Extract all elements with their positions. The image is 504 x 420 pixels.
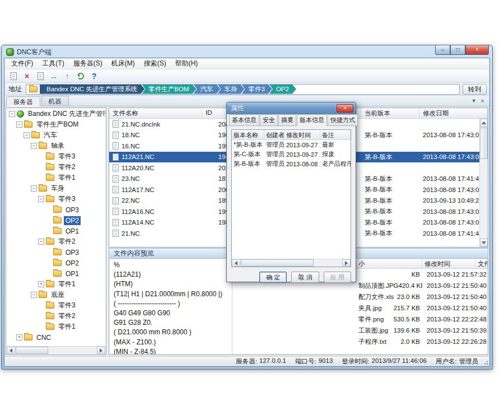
column-header[interactable]: 修改时间 xyxy=(284,130,320,139)
tree-item[interactable]: OP2 xyxy=(7,215,105,226)
scroll-left-button[interactable] xyxy=(232,259,240,267)
expand-icon[interactable]: + xyxy=(38,281,44,287)
collapse-icon[interactable]: − xyxy=(31,185,37,192)
copy-file-icon[interactable] xyxy=(34,71,46,82)
refresh-icon[interactable] xyxy=(74,71,87,82)
column-header[interactable]: 备注 xyxy=(320,130,351,139)
tree-item[interactable]: OP1 xyxy=(7,268,105,279)
column-header[interactable]: 文件(&L xyxy=(475,259,488,268)
transfer-icon[interactable]: ↔ xyxy=(48,71,60,82)
scroll-down-button[interactable] xyxy=(480,239,488,247)
tree-item[interactable]: −Bandex DNC 先进生产管理系统 xyxy=(7,109,105,119)
breadcrumb-segment[interactable]: OP2 xyxy=(269,85,296,94)
attachment-row[interactable]: 夹具.jpg215.7 KB2013-09-12 21:50:40 xyxy=(232,302,488,314)
version-row[interactable]: 第-C-版本管理员2013-09-27 14:报废 xyxy=(232,150,351,159)
attachment-row[interactable]: 工装图.jpg139.6 KB2013-09-12 21:50:39 xyxy=(232,325,488,336)
version-row[interactable]: 第-B-版本管理员2013-08-08 17:老产品程序 xyxy=(232,159,351,169)
menu-tools[interactable]: 工具(T) xyxy=(38,58,68,69)
version-row[interactable]: *第-B-版本管理员2013-09-27 14:最新 xyxy=(232,140,351,150)
help-icon[interactable]: ? xyxy=(88,71,100,82)
new-file-icon[interactable] xyxy=(7,71,20,82)
attachment-row[interactable]: 零件.png530.5 KB2013-09-12 22:22:48 xyxy=(232,314,488,325)
column-header[interactable]: 文件名称 xyxy=(109,108,202,118)
tree-item[interactable]: OP1 xyxy=(7,226,105,236)
tree-item[interactable]: −零件3 xyxy=(7,194,105,204)
scroll-right-button[interactable] xyxy=(97,347,105,354)
collapse-icon[interactable]: − xyxy=(31,292,37,298)
go-button[interactable]: 转到 xyxy=(463,84,487,95)
tree-item[interactable]: OP3 xyxy=(7,204,105,215)
tree-item[interactable]: +零件1 xyxy=(7,279,105,290)
scrollbar-track[interactable] xyxy=(49,347,97,354)
titlebar[interactable]: DNC客户端 – □ × xyxy=(2,45,492,58)
tab-machine[interactable]: 机器 xyxy=(41,96,69,106)
upload-icon[interactable]: ↑ xyxy=(61,71,73,82)
tab-server[interactable]: 服务器 xyxy=(6,96,40,106)
tree-item[interactable]: 零件2 xyxy=(7,311,105,321)
breadcrumb-segment[interactable]: 车身 xyxy=(218,85,245,94)
dialog-tab-3[interactable]: 版本信息 xyxy=(297,114,327,126)
menu-search[interactable]: 搜索(S) xyxy=(139,58,171,69)
tree-item[interactable]: 零件2 xyxy=(7,162,105,172)
menu-file[interactable]: 文件(F) xyxy=(7,58,38,69)
tree-item[interactable]: OP2 xyxy=(7,258,105,268)
menu-machine[interactable]: 机床(M) xyxy=(107,58,139,69)
collapse-icon[interactable]: − xyxy=(9,111,15,117)
column-header[interactable]: 修改时间 xyxy=(422,259,475,268)
breadcrumb-segment[interactable]: 零件生产BOM xyxy=(142,85,196,94)
collapse-icon[interactable]: − xyxy=(38,239,44,245)
attachment-row[interactable]: 配刀文件.xls23.0 KB2013-09-12 21:50:40 xyxy=(232,291,488,302)
resize-grip-icon[interactable] xyxy=(482,359,488,365)
tree-item[interactable]: −零件生产BOM xyxy=(7,119,105,130)
tree-item[interactable]: −车身 xyxy=(7,183,105,194)
dialog-tab-2[interactable]: 摘要 xyxy=(278,114,296,125)
column-header[interactable]: 修改日期 xyxy=(419,108,488,118)
column-header[interactable]: 小 xyxy=(356,259,422,268)
dialog-horizontal-scrollbar[interactable] xyxy=(232,259,351,267)
apply-button[interactable]: 应 用 xyxy=(324,272,351,283)
ok-button[interactable]: 确 定 xyxy=(259,272,287,283)
close-button[interactable]: × xyxy=(465,45,489,55)
scroll-right-button[interactable] xyxy=(342,259,351,267)
file-list-scrollbar[interactable] xyxy=(479,119,488,247)
menu-server[interactable]: 服务器(S) xyxy=(69,58,107,69)
scroll-up-button[interactable] xyxy=(480,119,488,127)
column-header[interactable]: 当前版本 xyxy=(361,108,419,118)
chevron-down-icon[interactable]: ▼ xyxy=(472,98,477,104)
close-panel-icon[interactable]: × xyxy=(481,97,484,104)
column-header[interactable]: 版本名称 xyxy=(232,130,264,139)
scrollbar-track[interactable] xyxy=(480,160,488,239)
tree-item[interactable]: OP3 xyxy=(7,247,105,258)
menu-help[interactable]: 帮助(H) xyxy=(171,58,203,69)
tree-item[interactable]: 零件1 xyxy=(7,172,105,183)
collapse-icon[interactable]: − xyxy=(38,196,44,202)
tree-item[interactable]: −零件2 xyxy=(7,236,105,247)
dialog-titlebar[interactable]: 属性 × xyxy=(227,102,356,114)
dialog-tab-4[interactable]: 快捷方式 xyxy=(328,114,358,125)
column-header[interactable]: 创建者 xyxy=(264,130,284,139)
minimize-button[interactable]: – xyxy=(435,45,450,55)
breadcrumb-segment[interactable]: 零件3 xyxy=(242,85,272,94)
expand-icon[interactable]: + xyxy=(16,334,22,340)
tree-item[interactable]: 零件3 xyxy=(7,300,105,311)
tree-item[interactable]: 零件3 xyxy=(7,151,105,162)
delete-icon[interactable]: × xyxy=(21,71,33,82)
tree-horizontal-scrollbar[interactable] xyxy=(7,346,105,354)
collapse-icon[interactable]: − xyxy=(31,143,37,149)
scrollbar-thumb[interactable] xyxy=(16,347,48,354)
dialog-tab-1[interactable]: 安全 xyxy=(260,114,278,125)
tree-item[interactable]: 零件1 xyxy=(7,321,105,332)
scrollbar-track[interactable] xyxy=(314,259,342,267)
breadcrumb-segment[interactable]: Bandex DNC 先进生产管理系统 xyxy=(40,85,144,94)
dialog-tab-0[interactable]: 基本信息 xyxy=(229,114,259,125)
cancel-button[interactable]: 取 消 xyxy=(291,272,319,283)
address-field[interactable]: Bandex DNC 先进生产管理系统零件生产BOM汽车车身零件3OP2 xyxy=(26,84,460,95)
tree-item[interactable]: −底座 xyxy=(7,290,105,300)
attachment-row[interactable]: 子程序.txt2.0 KB2013-09-12 22:26:28 xyxy=(232,336,488,347)
tree-item[interactable]: +CNC xyxy=(7,332,105,343)
collapse-icon[interactable]: − xyxy=(16,122,22,128)
tree-item[interactable]: −汽车 xyxy=(7,130,105,141)
breadcrumb-segment[interactable]: 汽车 xyxy=(194,85,221,94)
tree-item[interactable]: −轴承 xyxy=(7,141,105,151)
maximize-button[interactable]: □ xyxy=(450,45,465,55)
